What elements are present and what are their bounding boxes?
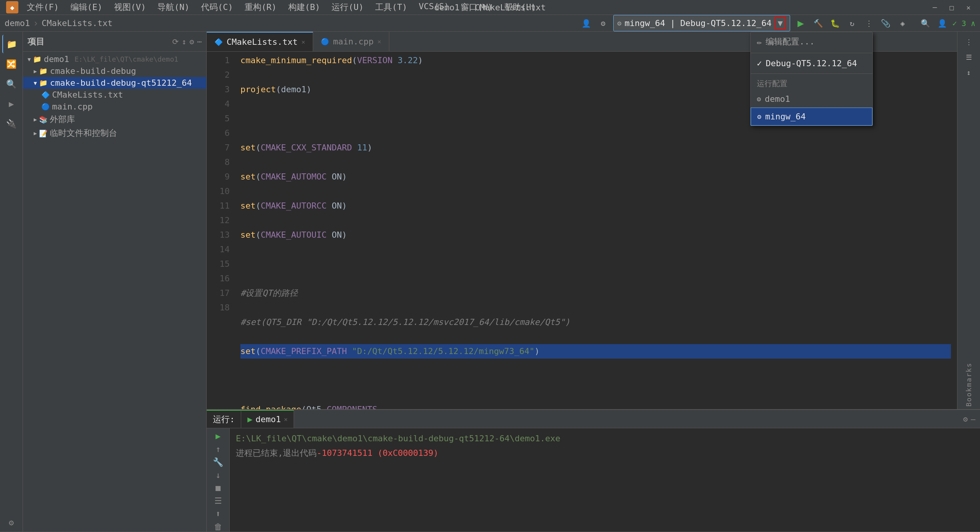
sidebar-tree: ▼ 📁 demo1 E:\LK_file\QT\cmake\demo1 ▶ 📁 … [23, 52, 206, 532]
menu-code[interactable]: 代码(C) [196, 0, 238, 15]
close-button[interactable]: ✕ [963, 2, 974, 13]
exit-code: -1073741511 (0xC0000139) [317, 448, 438, 458]
sidebar-settings-icon[interactable]: ⚙ [189, 37, 194, 46]
run-sidebar-up[interactable]: ↑ [211, 444, 226, 454]
tab-close-cmakelists[interactable]: ✕ [301, 38, 305, 46]
run-config-dropdown[interactable]: ⚙ mingw_64 | Debug-QT5.12.12_64 ▼ [613, 15, 790, 31]
run-panel-settings-icon[interactable]: ⚙ [963, 415, 968, 424]
menu-view[interactable]: 视图(V) [109, 0, 152, 15]
attach-button[interactable]: 📎 [879, 16, 893, 30]
menu-refactor[interactable]: 重构(R) [239, 0, 282, 15]
sidebar-header: 项目 ⟳ ↕ ⚙ ⋯ [23, 32, 206, 52]
maximize-button[interactable]: □ [946, 2, 957, 13]
right-tool-3[interactable]: ↕ [962, 65, 976, 79]
dropdown-mingw64[interactable]: ⚙ mingw_64 [751, 108, 872, 126]
menu-file[interactable]: 文件(F) [21, 0, 64, 15]
run-sidebar-trash[interactable]: 🗑 [211, 522, 226, 532]
run-sidebar-down[interactable]: ↓ [211, 470, 226, 480]
profile-button[interactable]: 👤 [936, 16, 949, 30]
build-button[interactable]: 🔨 [812, 16, 825, 30]
tree-item-cmake-build-qt64[interactable]: ▼ 📁 cmake-build-debug-qt51212_64 [23, 77, 206, 89]
debug-button[interactable]: 🐛 [828, 16, 842, 30]
run-tab-demo1[interactable]: ▶ demo1 ✕ [241, 410, 294, 428]
tree-item-maincpp[interactable]: 🔵 main.cpp [23, 101, 206, 113]
activity-run[interactable]: ▶ [2, 95, 21, 113]
breadcrumb-sep1: › [33, 18, 38, 29]
tree-item-cmake-build-debug[interactable]: ▶ 📁 cmake-build-debug [23, 65, 206, 77]
sidebar-more-icon[interactable]: ⋯ [197, 37, 202, 46]
menu-edit[interactable]: 编辑(E) [65, 0, 108, 15]
sidebar-sync-icon[interactable]: ⟳ [172, 37, 179, 46]
menu-run[interactable]: 运行(U) [326, 0, 369, 15]
folder-icon-mingw: ⚙ [757, 113, 761, 121]
run-config-chevron: ▼ [775, 17, 786, 29]
activity-project[interactable]: 📁 [2, 35, 21, 53]
cpp-file-icon: 🔵 [41, 103, 50, 111]
tree-arrow-demo1: ▼ [28, 56, 31, 62]
user-icon[interactable]: 👤 [580, 16, 593, 30]
cmake-tab-icon: 🔷 [214, 38, 223, 46]
activity-settings[interactable]: ⚙ [2, 513, 21, 532]
run-config-label: mingw_64 | Debug-QT5.12.12_64 [624, 18, 771, 28]
run-tab-label: demo1 [256, 415, 281, 424]
reload-button[interactable]: ↻ [845, 16, 859, 30]
folder-icon-demo1-dd: ⚙ [757, 95, 761, 103]
bookmarks-section: Bookmarks [965, 355, 973, 409]
run-sidebar-list[interactable]: ☰ [211, 496, 226, 506]
activity-plugins[interactable]: 🔌 [2, 114, 21, 133]
tree-arrow-cmake-build-debug: ▶ [34, 68, 37, 74]
tree-label-cmake-build-qt64: cmake-build-debug-qt51212_64 [50, 78, 192, 88]
tree-label-cmakelists: CMakeLists.txt [52, 90, 123, 100]
run-panel-sidebar: ▶ ↑ 🔧 ↓ ■ ☰ ⬆ 🗑 [207, 428, 230, 532]
title-bar: ◆ 文件(F) 编辑(E) 视图(V) 导航(N) 代码(C) 重构(R) 构建… [0, 0, 980, 15]
minimize-button[interactable]: ─ [929, 2, 940, 13]
running-label: 运行: [213, 414, 235, 425]
run-output-path: E:\LK_file\QT\cmake\demo1\cmake-build-de… [236, 431, 974, 446]
dropdown-sep1 [751, 53, 872, 53]
right-tool-1[interactable]: ⋮ [962, 35, 976, 49]
scratch-icon: 📝 [39, 129, 47, 137]
editor-container: 🔷 CMakeLists.txt ✕ 🔵 main.cpp ✕ [207, 32, 980, 532]
run-sidebar-play[interactable]: ▶ [211, 431, 226, 441]
run-button[interactable]: ▶ [793, 16, 808, 31]
right-side-toolbar: ⋮ ☰ ↕ Bookmarks [957, 32, 980, 409]
run-output: E:\LK_file\QT\cmake\demo1\cmake-build-de… [230, 428, 980, 532]
line-numbers: 12345 678910 1112131415 161718 [207, 52, 234, 409]
run-tab-running[interactable]: 运行: [207, 410, 241, 428]
tab-maincpp[interactable]: 🔵 main.cpp ✕ [313, 32, 389, 51]
tree-label-maincpp: main.cpp [52, 102, 93, 111]
sidebar-collapse-icon[interactable]: ↕ [182, 37, 186, 46]
tree-path-demo1: E:\LK_file\QT\cmake\demo1 [75, 55, 178, 63]
lib-icon: 📚 [39, 116, 47, 124]
menu-navigate[interactable]: 导航(N) [152, 0, 195, 15]
menu-build[interactable]: 构建(B) [283, 0, 326, 15]
settings-icon[interactable]: ⚙ [596, 16, 610, 30]
activity-commit[interactable]: 🔀 [2, 55, 21, 73]
tree-item-external-libs[interactable]: ▶ 📚 外部库 [23, 113, 206, 126]
activity-search[interactable]: 🔍 [2, 75, 21, 93]
tab-cmakelists[interactable]: 🔷 CMakeLists.txt ✕ [207, 32, 313, 51]
dropdown-debug-config[interactable]: ✓ Debug-QT5.12.12_64 [751, 55, 872, 72]
breadcrumb-cmake: CMakeLists.txt [42, 18, 113, 28]
dropdown-edit-config[interactable]: ✏ 编辑配置... [751, 32, 872, 51]
tree-item-cmakelists[interactable]: 🔷 CMakeLists.txt [23, 89, 206, 101]
tree-item-demo1[interactable]: ▼ 📁 demo1 E:\LK_file\QT\cmake\demo1 [23, 53, 206, 65]
run-sidebar-stop[interactable]: ■ [211, 483, 226, 493]
more-button[interactable]: ⋮ [862, 16, 876, 30]
tree-item-scratch[interactable]: ▶ 📝 临时文件和控制台 [23, 126, 206, 140]
search-button[interactable]: 🔍 [919, 16, 933, 30]
top-header: demo1 › CMakeLists.txt 👤 ⚙ ⚙ mingw_64 | … [0, 15, 980, 32]
right-tool-2[interactable]: ☰ [962, 50, 976, 64]
coverage-button[interactable]: ◈ [896, 16, 910, 30]
dropdown-demo1[interactable]: ⚙ demo1 [751, 90, 872, 108]
menu-tools[interactable]: 工具(T) [370, 0, 413, 15]
window-title: demo1 - CMakeLists.txt [434, 3, 546, 12]
run-config-menu: ✏ 编辑配置... ✓ Debug-QT5.12.12_64 运行配置 ⚙ de… [750, 32, 873, 126]
run-sidebar-up2[interactable]: ⬆ [211, 509, 226, 519]
tab-close-maincpp[interactable]: ✕ [377, 38, 381, 45]
run-tab-close[interactable]: ✕ [284, 416, 288, 423]
sidebar-header-icons: ⟳ ↕ ⚙ ⋯ [172, 37, 202, 46]
run-sidebar-wrench[interactable]: 🔧 [211, 457, 226, 467]
tree-arrow-external-libs: ▶ [34, 116, 37, 122]
run-panel-collapse-icon[interactable]: — [971, 415, 975, 424]
